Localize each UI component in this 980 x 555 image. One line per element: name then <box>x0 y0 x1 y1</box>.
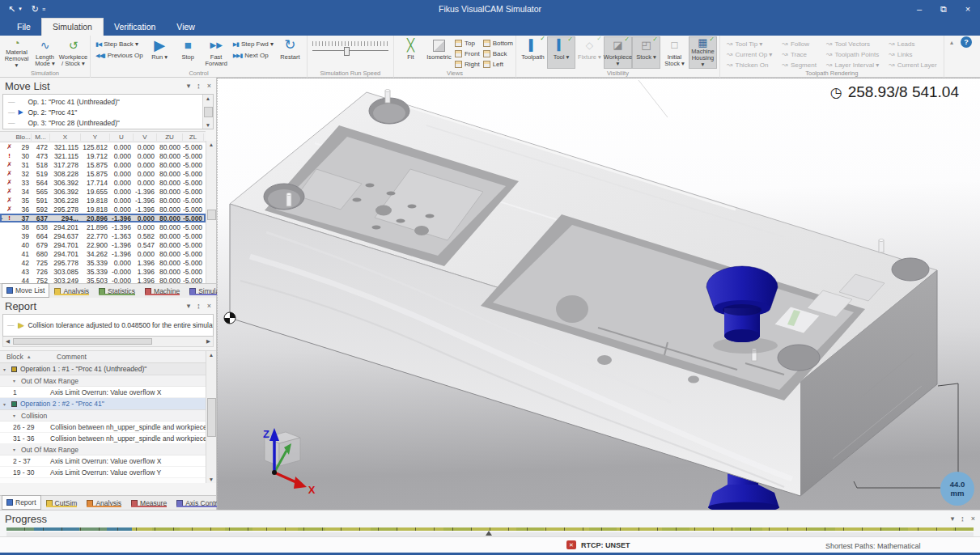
ribbon-button-machine-housing[interactable]: ▦✓Machine Housing ▾ <box>689 36 717 69</box>
column-header-zu[interactable]: ZU <box>157 133 183 141</box>
report-row[interactable]: 26 - 29Collision between nh_upper_spindl… <box>0 422 206 433</box>
progress-position-marker[interactable] <box>486 531 492 536</box>
tab-simulation[interactable]: Simulation <box>41 18 104 36</box>
close-icon[interactable]: × <box>971 515 975 523</box>
tab-machine[interactable]: Machine <box>140 284 185 298</box>
close-icon[interactable]: × <box>207 82 211 90</box>
report-section-collision[interactable]: ▾Collision <box>0 410 206 422</box>
3d-scene[interactable]: 44.0 mm Z X <box>218 78 980 510</box>
move-list-row[interactable]: 40679294.70122.900-1.3960.54780.000-5.00… <box>0 240 206 249</box>
tab-view[interactable]: View <box>166 19 206 36</box>
ribbon-button-material-removal[interactable]: ◔Material Removal ▾ <box>2 36 31 69</box>
report-group-operation-1-1-proc-41-unthreaded[interactable]: ▾Operation 1 : #1 - "Proc 41 (Unthreaded… <box>0 363 206 375</box>
tree-item-op-2-proc-41[interactable]: —▶Op. 2: "Proc 41" <box>8 107 200 117</box>
view-top[interactable]: Top <box>455 38 480 49</box>
move-list-row[interactable]: ✗29472321.115125.8120.0000.00080.000-5.0… <box>0 142 206 151</box>
move-list-row[interactable]: ✗32519308.22815.8750.0000.00080.000-5.00… <box>0 169 206 178</box>
tab-move-list[interactable]: Move List <box>2 283 49 298</box>
view-right[interactable]: Right <box>455 59 480 70</box>
customize-qat-icon[interactable]: ≡ <box>42 6 45 12</box>
tab-file[interactable]: File <box>6 19 41 36</box>
tree-item-op-1-proc-41-unthreaded[interactable]: —Op. 1: "Proc 41 (Unthreaded)" <box>8 96 200 107</box>
tab-analysis[interactable]: Analysis <box>82 496 126 510</box>
move-list-row[interactable]: ✗34565306.39219.6550.000-1.39680.000-5.0… <box>0 187 206 196</box>
column-header-blo[interactable]: Blo... <box>15 133 32 141</box>
move-list-row[interactable]: ✗35591306.22819.8180.000-1.39680.000-5.0… <box>0 196 206 205</box>
ribbon-button-tool[interactable]: ▍✓Tool ▾ <box>547 36 575 69</box>
scroll-left-icon[interactable]: ◀ <box>6 338 10 345</box>
report-row[interactable]: 19 - 30Axis Limit Overrun: Value overflo… <box>0 467 206 478</box>
simulation-speed-slider[interactable] <box>312 41 388 51</box>
tab-cutsim[interactable]: CutSim <box>41 496 83 510</box>
move-list-row[interactable]: ▸!37637294...20.896-1.3960.00080.000-5.0… <box>0 214 206 222</box>
ribbon-button-run[interactable]: ▶Run ▾ <box>146 36 174 69</box>
report-row[interactable]: 1Axis Limit Overrun: Value overflow X <box>0 387 206 398</box>
panel-menu-icon[interactable]: ▾ <box>187 82 191 90</box>
tab-verification[interactable]: Verification <box>104 19 166 36</box>
scroll-down-icon[interactable]: ▼ <box>209 477 214 482</box>
close-icon[interactable]: × <box>207 302 211 310</box>
pin-icon[interactable]: ↨ <box>961 515 965 523</box>
ribbon-button-stop[interactable]: ■Stop <box>174 36 202 69</box>
view-front[interactable]: Front <box>455 49 480 59</box>
move-list-row[interactable]: 43726303.08535.339-0.0001.39680.000-5.00… <box>0 267 206 276</box>
block-column-header[interactable]: Block <box>6 353 23 361</box>
ribbon-button-next-op[interactable]: ▶▶▮Next Op <box>233 52 274 59</box>
scroll-up-icon[interactable]: ▲ <box>206 95 210 101</box>
ribbon-button-step-fwd[interactable]: ▶▮Step Fwd ▾ <box>233 40 274 48</box>
ribbon-button-step-back[interactable]: ▮◀Step Back ▾ <box>95 40 143 48</box>
ribbon-button-stock[interactable]: ◰✓Stock ▾ <box>632 36 660 69</box>
close-button[interactable]: × <box>956 0 980 18</box>
tree-item-op-3-proc-28-unthreaded[interactable]: —Op. 3: "Proc 28 (Unthreaded)" <box>8 117 200 128</box>
restore-button[interactable]: ⧉ <box>931 0 956 18</box>
move-table-scrollbar[interactable]: ▲ ▼ <box>206 141 216 288</box>
ribbon-button-length-mode[interactable]: ∿Length Mode ▾ <box>31 36 59 69</box>
slider-thumb[interactable] <box>344 47 350 56</box>
redo-icon[interactable]: ↻ <box>32 4 39 15</box>
collapse-ribbon-icon[interactable]: ▴ <box>950 39 953 46</box>
minimize-button[interactable]: – <box>907 0 931 18</box>
report-section-out-of-max-range[interactable]: ▾Out Of Max Range <box>0 444 206 455</box>
cursor-icon[interactable]: ↖ <box>8 4 15 15</box>
report-message-hscrollbar[interactable]: ◀ ▶ <box>2 337 214 347</box>
column-header-y[interactable]: Y <box>81 133 110 141</box>
ribbon-button-previous-op[interactable]: ◀◀▮Previous Op <box>95 52 143 59</box>
tree-scrollbar[interactable]: ▲ ▼ <box>202 95 213 129</box>
ribbon-button-restart[interactable]: ↻Restart <box>276 36 304 69</box>
pin-icon[interactable]: ↨ <box>197 82 201 90</box>
scrollbar-thumb[interactable] <box>207 398 216 437</box>
column-header-u[interactable]: U <box>110 133 134 141</box>
scroll-down-icon[interactable]: ▼ <box>206 122 210 128</box>
ribbon-button-workpiece-stock[interactable]: ↺Workpiece / Stock ▾ <box>59 36 87 69</box>
tab-statistics[interactable]: Statistics <box>94 284 140 298</box>
ribbon-button-toolpath[interactable]: ▌✓Toolpath <box>519 36 547 69</box>
simulation-viewport[interactable]: ◷ 258.93/8 541.04 <box>217 78 980 510</box>
scrollbar-thumb[interactable] <box>204 107 213 117</box>
column-header-x[interactable]: X <box>50 133 81 141</box>
column-header-v[interactable]: V <box>134 133 157 141</box>
scrollbar-thumb[interactable] <box>13 338 152 345</box>
scroll-up-icon[interactable]: ▲ <box>209 142 214 147</box>
tab-report[interactable]: Report <box>2 495 41 510</box>
move-list-row[interactable]: 42725295.77835.3390.0001.39680.000-5.000 <box>0 258 206 267</box>
report-row[interactable]: 31 - 36Collision between nh_upper_spindl… <box>0 433 206 444</box>
report-scrollbar[interactable]: ▲ ▼ <box>206 351 216 483</box>
column-header-m[interactable]: M... <box>32 133 50 141</box>
tab-measure[interactable]: Measure <box>126 496 172 510</box>
move-list-row[interactable]: 38638294.20121.896-1.3960.00080.000-5.00… <box>0 222 206 231</box>
report-group-operation-2-2-proc-41[interactable]: ▾Operation 2 : #2 - "Proc 41" <box>0 398 206 410</box>
scroll-right-icon[interactable]: ▶ <box>206 338 210 345</box>
view-bottom[interactable]: Bottom <box>483 38 513 49</box>
machined-workpiece[interactable] <box>230 89 937 496</box>
ribbon-button-workpiece[interactable]: ◪✓Workpiece ▾ <box>604 36 632 69</box>
view-left[interactable]: Left <box>483 59 513 70</box>
move-list-row[interactable]: ✗36592295.27819.8180.000-1.39680.000-5.0… <box>0 205 206 214</box>
ribbon-button-initial-stock[interactable]: □Initial Stock ▾ <box>660 36 689 69</box>
move-list-row[interactable]: ✗31518317.27815.8750.0000.00080.000-5.00… <box>0 160 206 169</box>
view-back[interactable]: Back <box>483 49 513 59</box>
ribbon-button-fast-forward[interactable]: ▶▶Fast Forward <box>202 36 231 69</box>
comment-column-header[interactable]: Comment <box>57 353 87 361</box>
panel-menu-icon[interactable]: ▾ <box>187 302 191 310</box>
panel-menu-icon[interactable]: ▾ <box>951 515 955 523</box>
help-icon[interactable]: ? <box>961 36 972 48</box>
